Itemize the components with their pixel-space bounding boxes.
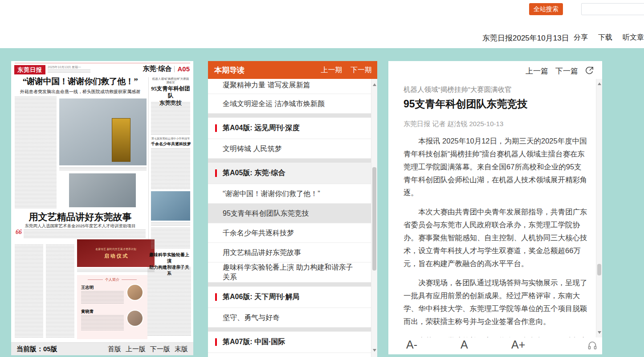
- article-nav: 上一篇 下一篇: [388, 61, 602, 81]
- toc-article-item[interactable]: 凝聚精神力量 谱写发展新篇: [208, 79, 371, 94]
- toc-panel: 本期导读 上一期 下一期 凝聚精神力量 谱写发展新篇全域文明迎全运 洁净城市焕新…: [208, 61, 377, 357]
- page-nav-link[interactable]: 首版: [108, 345, 121, 353]
- toc-article-item[interactable]: 千余名少年共逐科技梦: [208, 223, 371, 243]
- decorative-line: [88, 279, 103, 280]
- scroll-down-arrow[interactable]: [598, 331, 601, 334]
- profile-box: 个人简介 王志明 黄晓青: [77, 275, 147, 339]
- toc-section-header: 第A07版: 中国·国际: [208, 332, 371, 353]
- fake-text-block: [77, 269, 155, 272]
- toc-header: 本期导读 上一期 下一期: [208, 61, 377, 79]
- decorative-line: [122, 279, 137, 280]
- toc-section-header: 第A06版: 天下周刊·解局: [208, 287, 371, 308]
- share-link[interactable]: 分享: [574, 33, 588, 42]
- article-paragraph: 本报讯 2025年10月12日，为期三天的2025年度中国青年科技创新“揭榜挂帅…: [404, 135, 589, 199]
- listen-article-link[interactable]: 听文章: [623, 33, 644, 42]
- toc-section-separator: [208, 328, 371, 332]
- article-scrollbar[interactable]: [596, 79, 602, 337]
- article-paragraph: 决赛现场，各团队通过现场答辩与实物展示，呈现了一批具有应用前景的创新成果。经过严…: [404, 276, 589, 328]
- article-kicker: 机器人领域“揭榜挂帅”大赛圆满收官: [404, 85, 589, 94]
- toc-article-item[interactable]: 坚守、勇气与好奇: [208, 308, 371, 328]
- right-col-headline-3a: 趣味科学实验轮番上演: [147, 252, 191, 264]
- event-photo-line2: 启 动 仪 式: [104, 253, 127, 259]
- fake-text-block: [81, 291, 124, 304]
- profile-name-1: 王志明: [81, 285, 94, 291]
- fake-text-block: [15, 97, 57, 208]
- open-external-icon[interactable]: [584, 66, 594, 76]
- next-issue-link[interactable]: 下一期: [351, 66, 372, 74]
- toc-article-item[interactable]: 用文艺精品讲好东莞故事: [208, 243, 371, 263]
- paper-top-rule: [15, 63, 190, 63]
- profile-box-header: 个人简介: [77, 277, 147, 282]
- portrait-photo-2: [126, 310, 143, 327]
- toc-scrollbar[interactable]: [371, 79, 377, 357]
- toc-article-item[interactable]: 全域文明迎全运 洁净城市焕新颜: [208, 94, 371, 114]
- newspaper-date-line: 2025年10月13日 星期一: [48, 65, 81, 70]
- article-body: 本报讯 2025年10月12日，为期三天的2025年度中国青年科技创新“揭榜挂帅…: [404, 135, 589, 337]
- newspaper-page-number: A05: [177, 65, 190, 73]
- fake-text-block: [48, 70, 90, 73]
- prev-article-link[interactable]: 上一篇: [526, 66, 548, 76]
- lead-subhead: 外籍患者突发脑出血命悬一线，桥头医院成功救援获家属感谢: [13, 89, 147, 95]
- fake-text-block: [59, 167, 147, 171]
- prev-issue-link[interactable]: 上一期: [321, 66, 342, 74]
- scrollbar-thumb[interactable]: [372, 167, 376, 271]
- divider: [174, 66, 175, 72]
- toc-section-separator: [208, 159, 371, 163]
- toc-article-item[interactable]: 趣味科学实验轮番上演 助力构建和谐亲子关系: [208, 263, 371, 283]
- profile-title: 个人简介: [105, 277, 119, 282]
- pull-quote-mark: 66: [16, 229, 22, 236]
- reader-toolbar: A- A A+: [388, 337, 602, 354]
- toc-section-header: 第A04版: 远见周刊·深度: [208, 118, 371, 139]
- profile-name-2: 黄晓青: [81, 309, 94, 315]
- current-page-label: 当前版：05版: [16, 345, 57, 353]
- column-divider: [148, 77, 149, 257]
- toc-article-item[interactable]: “谢谢中国！谢谢你们救了他！”: [208, 184, 371, 204]
- mid-headline: 用文艺精品讲好东莞故事: [13, 211, 147, 223]
- right-col-headline-1a: 95支青年科创团队: [151, 85, 190, 99]
- toc-section-separator: [208, 283, 371, 287]
- photo-launch-ceremony: 名家传艺 新时代文艺英才培养计划 启 动 仪 式: [77, 239, 155, 267]
- page-nav: 首版上一版下一版末版: [103, 345, 188, 353]
- download-link[interactable]: 下载: [598, 33, 612, 42]
- font-normal-button[interactable]: A: [461, 338, 468, 351]
- article-panel: 上一篇 下一篇 机器人领域“揭榜挂帅”大赛圆满收官 95支青年科创团队东莞竞技 …: [388, 61, 602, 354]
- toc-section-separator: [208, 114, 371, 118]
- paper-date-title: 东莞日报2025年10月13日: [482, 33, 569, 43]
- font-smaller-button[interactable]: A-: [406, 338, 417, 351]
- scrollbar-thumb[interactable]: [597, 264, 601, 275]
- next-article-link[interactable]: 下一篇: [555, 66, 578, 76]
- scroll-up-arrow[interactable]: [598, 82, 601, 85]
- article-paragraph: 东莞理工学院校长马宏伟指出，赛事实现了人才与产业的“双向奔赴”，通过“企业出题、…: [404, 334, 589, 337]
- newspaper-section-head: 东莞·综合 A05: [143, 65, 190, 73]
- font-larger-button[interactable]: A+: [511, 338, 525, 351]
- issue-nav: 上一期 下一期: [315, 66, 372, 75]
- newspaper-page-panel: 东莞日报 2025年10月13日 星期一 东莞·综合 A05 “谢谢中国！谢谢你…: [11, 61, 193, 355]
- page-nav-link[interactable]: 下一版: [150, 345, 170, 353]
- fake-text-block: [46, 245, 74, 337]
- scroll-up-arrow[interactable]: [373, 83, 376, 86]
- page-nav-link[interactable]: 上一版: [126, 345, 146, 353]
- fake-text-block: [151, 228, 190, 249]
- fake-text-block: [151, 102, 190, 135]
- event-photo-line1: 名家传艺 新时代文艺英才培养计划: [95, 247, 136, 251]
- photo-students-tech: [151, 191, 190, 221]
- photo-banner-pennant: [112, 118, 130, 162]
- search-input[interactable]: [588, 6, 644, 12]
- newspaper-logo: 东莞日报: [14, 65, 45, 74]
- toc-article-item[interactable]: 文明铸城 人民筑梦: [208, 139, 371, 159]
- search-box[interactable]: [581, 3, 644, 15]
- newspaper-section-name: 东莞·综合: [143, 65, 171, 73]
- fake-text-block: [15, 245, 43, 337]
- fake-text-block: [151, 222, 190, 226]
- paper-toolbar-row: 东莞日报2025年10月13日 分享 下载 听文章: [0, 32, 644, 43]
- site-search-button[interactable]: 全站搜索: [529, 3, 563, 15]
- toc-list: 凝聚精神力量 谱写发展新篇全域文明迎全运 洁净城市焕新颜第A04版: 远见周刊·…: [208, 79, 371, 357]
- article-title: 95支青年科创团队东莞竞技: [404, 97, 589, 111]
- page-nav-link[interactable]: 末版: [175, 345, 188, 353]
- listen-audio-icon[interactable]: [587, 340, 598, 353]
- mid-subhead: 东莞两人入选国家艺术基金2025年度艺术人才培训资助项目: [13, 223, 147, 229]
- scroll-down-arrow[interactable]: [373, 349, 376, 352]
- article-byline: 东莞日报 记者 赵浛锐 2025-10-13: [404, 120, 589, 128]
- toc-article-item[interactable]: 95支青年科创团队东莞竞技: [208, 204, 371, 223]
- newspaper-page-preview[interactable]: 东莞日报 2025年10月13日 星期一 东莞·综合 A05 “谢谢中国！谢谢你…: [11, 61, 193, 342]
